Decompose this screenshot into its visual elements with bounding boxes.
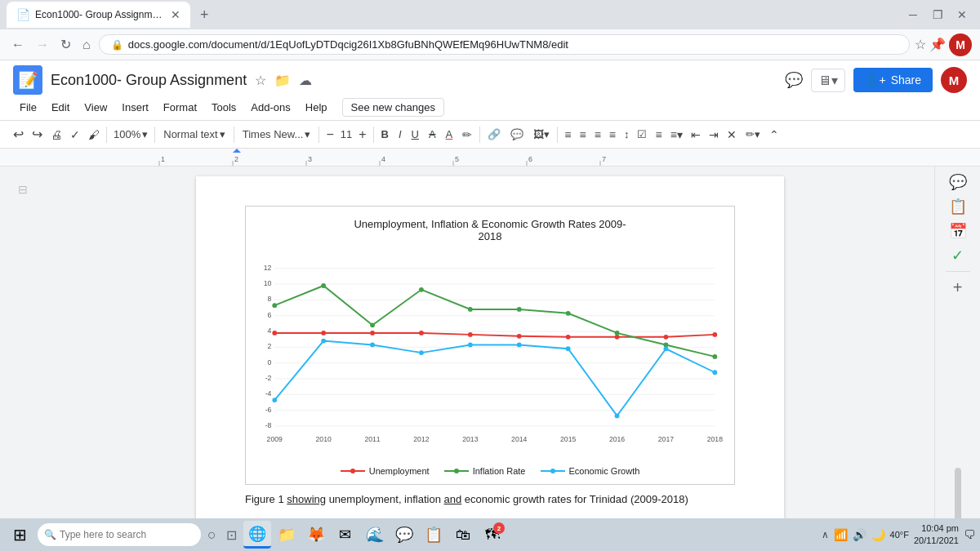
align-center[interactable]: ≡ bbox=[576, 126, 589, 144]
task-view-btn[interactable]: ⊡ bbox=[223, 526, 240, 544]
taskbar-chrome[interactable]: 🌐 bbox=[243, 521, 271, 549]
style-dropdown[interactable]: Normal text ▾ bbox=[158, 127, 229, 142]
cortana-circle[interactable]: ○ bbox=[204, 525, 220, 545]
font-value: Times New... bbox=[243, 128, 304, 140]
print-button[interactable]: 🖨 bbox=[47, 126, 65, 144]
start-button[interactable]: ⊞ bbox=[5, 520, 34, 549]
indent-less-btn[interactable]: ⇤ bbox=[688, 126, 704, 144]
taskbar-app-icon-notif[interactable]: 🗺 2 bbox=[479, 521, 506, 549]
font-dropdown[interactable]: Times New... ▾ bbox=[238, 127, 316, 142]
maximize-button[interactable]: ❐ bbox=[926, 3, 949, 26]
main-area: ⊟ Unemployment, Inflation & Economic Gro… bbox=[0, 167, 980, 548]
present-button[interactable]: 🖥▾ bbox=[811, 69, 845, 92]
checklist-btn[interactable]: ☑ bbox=[634, 126, 650, 143]
numbered-list-btn[interactable]: ≡▾ bbox=[667, 126, 686, 144]
svg-text:10: 10 bbox=[264, 279, 272, 287]
link-button[interactable]: 🔗 bbox=[483, 126, 505, 143]
active-tab[interactable]: 📄 Econ1000- Group Assignment - ✕ bbox=[7, 2, 190, 28]
font-size-increase[interactable]: + bbox=[355, 125, 369, 144]
back-button[interactable]: ← bbox=[8, 36, 28, 54]
cloud-icon[interactable]: ☁ bbox=[299, 73, 312, 88]
bookmark-icon[interactable]: ☆ bbox=[915, 37, 926, 52]
taskbar-store[interactable]: 🛍 bbox=[449, 521, 477, 549]
menu-item-insert[interactable]: Insert bbox=[115, 99, 155, 116]
share-button[interactable]: 👤+ Share bbox=[853, 68, 933, 92]
svg-text:6: 6 bbox=[268, 311, 272, 319]
comment-icon[interactable]: 💬 bbox=[785, 71, 803, 89]
underline-button[interactable]: U bbox=[408, 126, 423, 143]
taskbar-datetime[interactable]: 10:04 pm 20/11/2021 bbox=[914, 522, 959, 548]
svg-text:2: 2 bbox=[234, 155, 238, 163]
italic-button[interactable]: I bbox=[394, 126, 406, 143]
doc-page[interactable]: Unemployment, Inflation & Economic Growt… bbox=[196, 176, 784, 548]
refresh-button[interactable]: ↻ bbox=[57, 35, 74, 54]
star-icon[interactable]: ☆ bbox=[255, 73, 266, 88]
taskbar-mail[interactable]: ✉ bbox=[332, 521, 359, 549]
tab-close-icon[interactable]: ✕ bbox=[171, 8, 180, 21]
forward-button[interactable]: → bbox=[33, 36, 52, 54]
see-new-changes-button[interactable]: See new changes bbox=[342, 98, 444, 117]
right-sidebar-blue[interactable]: 📅 bbox=[949, 222, 967, 240]
taskbar-edge[interactable]: 🌊 bbox=[361, 521, 389, 549]
docs-logo: 📝 bbox=[13, 65, 42, 95]
new-tab-button[interactable]: + bbox=[194, 3, 216, 27]
home-button[interactable]: ⌂ bbox=[79, 36, 94, 54]
folder-icon[interactable]: 📁 bbox=[274, 73, 291, 88]
align-right[interactable]: ≡ bbox=[591, 126, 604, 144]
url-box[interactable]: 🔒 docs.google.com/document/d/1EqUofLyDTD… bbox=[99, 34, 910, 55]
taskbar-speaker-icon[interactable]: 🔊 bbox=[853, 528, 866, 541]
right-sidebar-green[interactable]: ✓ bbox=[951, 247, 964, 264]
zoom-dropdown[interactable]: 100% ▾ bbox=[110, 127, 151, 142]
bold-button[interactable]: B bbox=[377, 126, 393, 143]
close-button[interactable]: ✕ bbox=[951, 3, 973, 26]
clear-format-btn[interactable]: ✕ bbox=[724, 126, 740, 144]
taskbar-search-input[interactable] bbox=[60, 529, 190, 540]
bullet-list-btn[interactable]: ≡ bbox=[652, 126, 665, 144]
menu-item-help[interactable]: Help bbox=[299, 99, 334, 116]
highlight-button[interactable]: ✏ bbox=[458, 126, 476, 144]
taskbar-app-icon-firefox[interactable]: 🦊 bbox=[302, 521, 330, 549]
undo-button[interactable]: ↩ bbox=[10, 124, 27, 144]
taskbar-firefox[interactable]: 🦊 bbox=[302, 521, 330, 549]
edit-pen-btn[interactable]: ✏▾ bbox=[742, 126, 764, 143]
spellcheck-button[interactable]: ✓ bbox=[67, 126, 83, 144]
svg-text:-8: -8 bbox=[265, 421, 272, 429]
right-sidebar-comment[interactable]: 💬 bbox=[949, 173, 967, 191]
expand-btn[interactable]: ⌃ bbox=[766, 126, 782, 144]
taskbar-action-center[interactable]: 🗨 bbox=[964, 528, 975, 541]
menu-item-tools[interactable]: Tools bbox=[205, 99, 243, 116]
right-sidebar-add[interactable]: + bbox=[953, 278, 963, 297]
docs-title[interactable]: Econ1000- Group Assignment bbox=[51, 72, 247, 89]
menu-item-view[interactable]: View bbox=[78, 99, 114, 116]
minimize-button[interactable]: ─ bbox=[902, 3, 924, 26]
extension-icon[interactable]: 📌 bbox=[929, 37, 946, 52]
svg-point-76 bbox=[712, 370, 717, 375]
font-size-decrease[interactable]: − bbox=[323, 125, 336, 144]
paint-button[interactable]: 🖌 bbox=[85, 126, 103, 144]
right-sidebar-yellow[interactable]: 📋 bbox=[949, 198, 967, 216]
menu-item-format[interactable]: Format bbox=[157, 99, 203, 116]
style-chevron: ▾ bbox=[220, 128, 225, 140]
comment-btn[interactable]: 💬 bbox=[506, 126, 528, 143]
strikethrough-button[interactable]: A bbox=[425, 126, 440, 143]
image-btn[interactable]: 🖼▾ bbox=[529, 126, 554, 143]
taskbar-wechat[interactable]: 💬 bbox=[390, 521, 418, 549]
line-spacing-btn[interactable]: ↕ bbox=[621, 126, 633, 143]
align-left[interactable]: ≡ bbox=[561, 126, 574, 144]
taskbar-up-arrow[interactable]: ∧ bbox=[822, 529, 829, 540]
menu-item-file[interactable]: File bbox=[13, 99, 43, 116]
taskbar-notes[interactable]: 📋 bbox=[420, 521, 448, 549]
svg-text:-6: -6 bbox=[265, 406, 272, 414]
taskbar-files[interactable]: 📁 bbox=[273, 521, 301, 549]
text-color-button[interactable]: A bbox=[442, 126, 457, 143]
svg-point-48 bbox=[321, 331, 326, 335]
indent-more-btn[interactable]: ⇥ bbox=[706, 126, 722, 144]
profile-m-button[interactable]: M bbox=[949, 33, 972, 56]
redo-button[interactable]: ↪ bbox=[29, 124, 46, 144]
menu-item-addons[interactable]: Add-ons bbox=[244, 99, 296, 116]
profile-avatar[interactable]: M bbox=[941, 67, 967, 93]
menu-item-edit[interactable]: Edit bbox=[45, 99, 76, 116]
taskbar-network-icon[interactable]: 📶 bbox=[834, 528, 848, 541]
align-justify[interactable]: ≡ bbox=[606, 126, 619, 144]
taskbar-search-box[interactable]: 🔍 bbox=[38, 523, 201, 546]
